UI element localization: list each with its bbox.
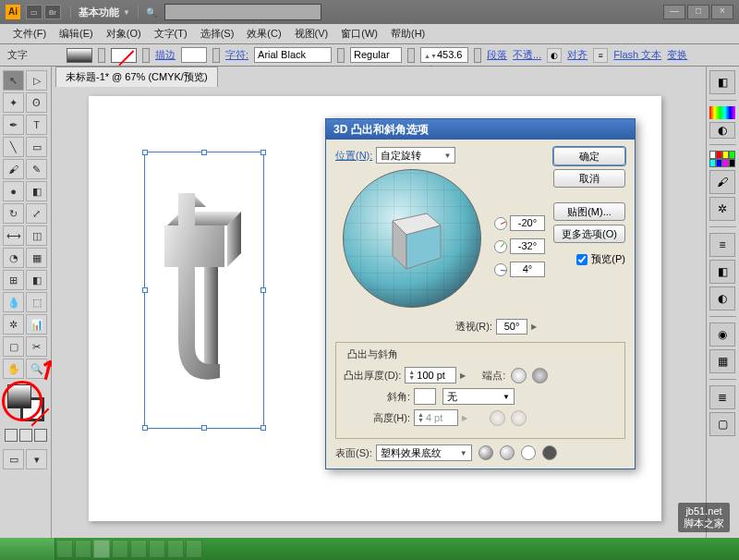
search-input[interactable] (164, 4, 321, 20)
fill-swatch[interactable] (67, 48, 92, 63)
align-icon[interactable]: ≡ (593, 48, 608, 63)
color-mode[interactable] (5, 429, 18, 442)
color-guide-icon[interactable]: ◐ (709, 122, 735, 139)
fill-stroke-control[interactable] (7, 384, 44, 421)
bevel-select[interactable]: 无▼ (442, 388, 515, 405)
artboards-icon[interactable]: ▢ (709, 412, 735, 436)
close-button[interactable]: × (711, 5, 733, 19)
scale-tool[interactable]: ⤢ (26, 203, 47, 224)
menu-type[interactable]: 文字(T) (149, 25, 193, 43)
width-tool[interactable]: ⟷ (3, 225, 24, 246)
taskbar-item[interactable] (149, 540, 165, 558)
z-angle-field[interactable]: 4° (510, 262, 545, 277)
style-dd[interactable] (407, 48, 415, 63)
rectangle-tool[interactable]: ▭ (26, 137, 47, 157)
bridge-icon[interactable]: Br (44, 5, 61, 19)
screen-mode[interactable]: ▭ (3, 449, 24, 469)
selection-tool[interactable]: ↖ (3, 70, 24, 91)
maximize-button[interactable]: □ (687, 5, 709, 19)
document-tab[interactable]: 未标题-1* @ 67% (CMYK/预览) (55, 67, 218, 87)
stroke-dropdown[interactable] (142, 48, 150, 63)
pen-tool[interactable]: ✒ (3, 115, 24, 135)
gradient-panel-icon[interactable]: ◧ (709, 260, 735, 284)
size-dd[interactable] (474, 48, 481, 63)
opacity-link[interactable]: 不透... (513, 48, 541, 62)
menu-view[interactable]: 视图(V) (289, 25, 334, 43)
position-select[interactable]: 自定旋转▼ (376, 147, 455, 164)
screen-mode-dd[interactable]: ▾ (26, 449, 47, 469)
appearance-icon[interactable]: ◉ (709, 323, 735, 347)
taskbar-item[interactable] (167, 540, 184, 558)
type-tool[interactable]: T (26, 115, 47, 135)
paragraph-link[interactable]: 段落 (487, 48, 507, 62)
opacity-icon[interactable]: ◐ (547, 48, 562, 63)
blob-brush-tool[interactable]: ● (3, 181, 24, 201)
none-mode[interactable] (34, 429, 47, 442)
taskbar-item[interactable] (56, 540, 73, 558)
menu-object[interactable]: 对象(O) (101, 25, 147, 43)
depth-field[interactable]: ▲▼100 pt (405, 367, 456, 383)
magic-wand-tool[interactable]: ✦ (3, 92, 24, 113)
shape-builder-tool[interactable]: ◔ (3, 248, 24, 268)
layout-icon[interactable]: ▭ (26, 5, 42, 19)
lasso-tool[interactable]: ʘ (26, 92, 47, 113)
free-transform-tool[interactable]: ◫ (26, 225, 47, 246)
y-angle-field[interactable]: -32° (510, 238, 545, 254)
taskbar-item[interactable] (130, 540, 147, 558)
stroke-weight[interactable] (181, 47, 207, 63)
menu-edit[interactable]: 编辑(E) (54, 25, 99, 43)
minimize-button[interactable]: — (663, 5, 685, 19)
stroke-weight-dd[interactable] (212, 48, 220, 63)
transform-link[interactable]: 变换 (667, 48, 687, 62)
mesh-tool[interactable]: ⊞ (3, 270, 24, 290)
cap-on-button[interactable] (511, 368, 527, 383)
perspective-tool[interactable]: ▦ (26, 248, 47, 268)
workspace-switcher[interactable]: 基本功能 (79, 6, 119, 19)
menu-window[interactable]: 窗口(W) (335, 25, 383, 43)
artboard-tool[interactable]: ▢ (3, 336, 24, 357)
symbol-sprayer-tool[interactable]: ✲ (3, 314, 24, 335)
menu-select[interactable]: 选择(S) (195, 25, 240, 43)
eraser-tool[interactable]: ◧ (26, 181, 47, 201)
surface-select[interactable]: 塑料效果底纹▼ (376, 444, 472, 461)
position-label[interactable]: 位置(N): (335, 149, 372, 163)
perspective-field[interactable]: 50° (496, 319, 527, 335)
graphic-styles-icon[interactable]: ▦ (709, 349, 735, 373)
stroke-panel-icon[interactable]: ≡ (709, 233, 735, 257)
x-angle-field[interactable]: -20° (510, 215, 545, 231)
stroke-link[interactable]: 描边 (155, 48, 176, 62)
swatches-icon[interactable] (709, 151, 735, 167)
start-button[interactable] (0, 538, 55, 560)
rotation-orbit[interactable] (343, 169, 481, 308)
font-size[interactable]: ▲▼453.6 pt (420, 47, 468, 63)
hand-tool[interactable]: ✋ (3, 359, 24, 379)
blend-tool[interactable]: ⬚ (26, 292, 47, 312)
font-dd[interactable] (337, 48, 345, 63)
taskbar-item[interactable] (186, 540, 202, 558)
gradient-mode[interactable] (19, 429, 32, 442)
menu-help[interactable]: 帮助(H) (385, 25, 430, 43)
cap-off-button[interactable] (532, 368, 548, 383)
slice-tool[interactable]: ✂ (26, 336, 47, 357)
font-family[interactable]: Arial Black (254, 47, 332, 63)
menu-effect[interactable]: 效果(C) (241, 25, 286, 43)
taskbar-item[interactable] (112, 540, 128, 558)
panel-icon-1[interactable]: ◧ (709, 70, 735, 94)
ok-button[interactable]: 确定 (553, 147, 625, 165)
font-style[interactable]: Regular (350, 47, 402, 63)
fill-dropdown[interactable] (98, 48, 105, 63)
line-tool[interactable]: ╲ (3, 137, 24, 157)
color-panel-icon[interactable] (709, 106, 735, 119)
align-link[interactable]: 对齐 (567, 48, 588, 62)
pencil-tool[interactable]: ✎ (26, 159, 47, 179)
flash-text-link[interactable]: Flash 文本 (613, 48, 661, 62)
taskbar-item[interactable] (93, 540, 110, 558)
gradient-tool[interactable]: ◧ (26, 270, 47, 290)
layers-icon[interactable]: ≣ (709, 385, 735, 409)
stroke-swatch[interactable] (111, 48, 137, 63)
taskbar-item[interactable] (75, 540, 91, 558)
paintbrush-tool[interactable]: 🖌 (3, 159, 24, 179)
3d-letter-t[interactable] (153, 179, 255, 392)
brushes-icon[interactable]: 🖌 (709, 170, 735, 194)
direct-selection-tool[interactable]: ▷ (26, 70, 47, 91)
